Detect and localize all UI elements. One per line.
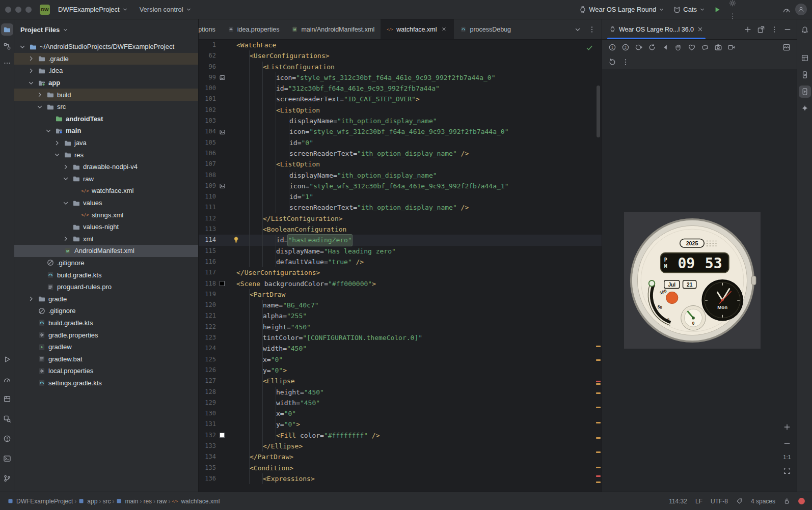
tree-item-local-properties[interactable]: local.properties — [14, 365, 198, 377]
chevron-right-icon[interactable] — [27, 54, 35, 63]
breadcrumb-item-raw[interactable]: raw — [157, 498, 167, 505]
heart-rate-button[interactable] — [686, 41, 698, 53]
button-1-button[interactable]: 1 — [606, 41, 618, 53]
hidden-tabs-button[interactable] — [571, 23, 584, 36]
tree-item-build-gradle-kts[interactable]: build.gradle.kts — [14, 269, 198, 281]
breadcrumb-item-dwfexampleproject[interactable]: DWFExampleProject — [7, 498, 73, 505]
code-line-131[interactable]: 131y="0"> — [199, 419, 602, 430]
code-line-136[interactable]: 136<Expressions> — [199, 473, 602, 484]
tab-main-androidmanifest-xml[interactable]: Mmain/AndroidManifest.xml — [285, 19, 381, 39]
stripe-mark[interactable] — [596, 392, 601, 394]
code-line-127[interactable]: 127<Ellipse — [199, 376, 602, 386]
breadcrumb-item-src[interactable]: src — [102, 498, 111, 505]
chevron-down-icon[interactable] — [36, 103, 44, 111]
breadcrumb-item-app[interactable]: app — [78, 498, 97, 505]
code-line-100[interactable]: 100id="312c30bf_f64a_461e_9c93_992f2fb7a… — [199, 83, 602, 94]
tab-processdebug[interactable]: processDebug — [454, 19, 517, 39]
tree-item-gitignore[interactable]: .gitignore — [14, 305, 198, 317]
device-selector[interactable]: Wear OS Large Round — [576, 4, 668, 15]
chevron-down-icon[interactable] — [18, 43, 26, 51]
code-line-130[interactable]: 130x="0" — [199, 408, 602, 419]
minimize-window-button[interactable] — [15, 7, 21, 13]
tree-item-java[interactable]: java — [14, 137, 198, 149]
device-screen[interactable]: 2025 P M 09 53 100 — [624, 212, 761, 349]
chevron-right-icon[interactable] — [62, 235, 70, 243]
tree-item-androidmanifest-xml[interactable]: MAndroidManifest.xml — [14, 245, 198, 257]
code-line-104[interactable]: 104icon="style_wfs_312c30bf_f64a_461e_9c… — [199, 126, 602, 137]
code-line-116[interactable]: 116defaultValue="true" /> — [199, 257, 602, 267]
more-vertical-button[interactable] — [619, 56, 632, 68]
code-line-123[interactable]: 123tintColor="[CONFIGURATION.themeColor.… — [199, 332, 602, 343]
code-line-105[interactable]: 105id="0" — [199, 137, 602, 148]
notifications-tool-button[interactable] — [799, 23, 811, 36]
tab-watchface-xml[interactable]: </>watchface.xml — [381, 19, 454, 39]
code-line-122[interactable]: 122height="450" — [199, 322, 602, 332]
chevron-down-icon[interactable] — [62, 199, 70, 207]
code-line-126[interactable]: 126y="0"> — [199, 365, 602, 376]
code-line-112[interactable]: 112</ListConfiguration> — [199, 213, 602, 224]
rotate-button[interactable] — [646, 41, 658, 53]
code-line-99[interactable]: 99icon="style_wfs_312c30bf_f64a_461e_9c9… — [199, 72, 602, 83]
tree-item-main[interactable]: main — [14, 125, 198, 137]
tilt-button[interactable] — [699, 41, 711, 53]
tree-item-res[interactable]: res — [14, 149, 198, 161]
project-folder-tool-button[interactable] — [1, 23, 13, 36]
project-menu[interactable]: DWFExampleProject — [55, 4, 131, 15]
tree-item-settings-gradle-kts[interactable]: settings.gradle.kts — [14, 377, 198, 389]
tree-item-raw[interactable]: raw — [14, 173, 198, 185]
open-in-window-button[interactable] — [755, 23, 767, 36]
tree-item-gitignore[interactable]: .gitignore — [14, 257, 198, 269]
profiler-gauge-tool-button[interactable] — [1, 373, 13, 385]
breadcrumb-item-res[interactable]: res — [143, 498, 152, 505]
tab-moptions[interactable]: moptions — [199, 19, 222, 39]
zoom-in-button[interactable] — [781, 421, 793, 433]
project-view-selector[interactable]: Project Files — [14, 19, 198, 40]
file-encoding[interactable]: UTF-8 — [711, 498, 728, 505]
play-outline-tool-button[interactable] — [1, 353, 13, 365]
code-line-121[interactable]: 121alpha="255" — [199, 310, 602, 321]
code-line-109[interactable]: 109icon="style_wfs_312c30bf_f64a_461e_9c… — [199, 181, 602, 191]
reset-button[interactable] — [606, 56, 618, 68]
stripe-mark[interactable] — [596, 437, 601, 439]
editor-scrollbar[interactable] — [597, 86, 600, 137]
tab-idea-properties[interactable]: idea.properties — [222, 19, 286, 39]
stripe-mark[interactable] — [596, 381, 601, 382]
tree-item-gradle[interactable]: gradle — [14, 293, 198, 305]
caret-position[interactable]: 114:32 — [669, 498, 687, 505]
fit-to-window-button[interactable] — [781, 465, 793, 476]
code-line-134[interactable]: 134</PartDraw> — [199, 451, 602, 462]
tree-item-build[interactable]: build — [14, 89, 198, 101]
more-vertical-button[interactable] — [726, 10, 739, 23]
more-horizontal-tool-button[interactable] — [1, 57, 13, 69]
stripe-mark[interactable] — [596, 475, 601, 477]
close-icon[interactable] — [697, 26, 703, 33]
code-line-107[interactable]: 107<ListOption — [199, 159, 602, 169]
chevron-right-icon[interactable] — [27, 67, 35, 75]
tree-item-gradle[interactable]: .gradle — [14, 53, 198, 65]
tree-item-build-gradle-kts[interactable]: build.gradle.kts — [14, 317, 198, 329]
tree-item-drawable-nodpi-v4[interactable]: drawable-nodpi-v4 — [14, 161, 198, 173]
code-line-124[interactable]: 124width="450" — [199, 343, 602, 354]
back-button[interactable] — [659, 41, 671, 53]
chevron-down-icon[interactable] — [62, 175, 70, 183]
stripe-mark[interactable] — [596, 422, 601, 423]
code-line-133[interactable]: 133</Ellipse> — [199, 441, 602, 451]
stripe-mark[interactable] — [596, 346, 601, 347]
add-device-button[interactable] — [742, 23, 754, 36]
camera-button[interactable] — [712, 41, 724, 53]
tree-item-androidtest[interactable]: androidTest — [14, 113, 198, 125]
tree-item-app[interactable]: app — [14, 77, 198, 89]
account-avatar[interactable] — [795, 4, 807, 15]
tree-item-androidstudioprojects-dwfexampleproject[interactable]: ~/AndroidStudioProjects/DWFExampleProjec… — [14, 41, 198, 53]
code-line-128[interactable]: 128height="450" — [199, 387, 602, 398]
code-line-1[interactable]: 1<WatchFace — [199, 40, 602, 50]
profiler-gauge-button[interactable] — [780, 3, 793, 16]
problems-tool-button[interactable] — [1, 433, 13, 445]
terminal-tool-button[interactable] — [1, 452, 13, 465]
app-inspection-tool-button[interactable] — [1, 413, 13, 425]
code-line-125[interactable]: 125x="0" — [199, 354, 602, 365]
code-line-108[interactable]: 108displayName="ith_option_display_name" — [199, 170, 602, 181]
device-tab[interactable]: Wear OS Large Ro...l 36.0 — [607, 19, 706, 39]
tree-item-values[interactable]: values — [14, 197, 198, 209]
code-line-113[interactable]: 113<BooleanConfiguration — [199, 224, 602, 235]
